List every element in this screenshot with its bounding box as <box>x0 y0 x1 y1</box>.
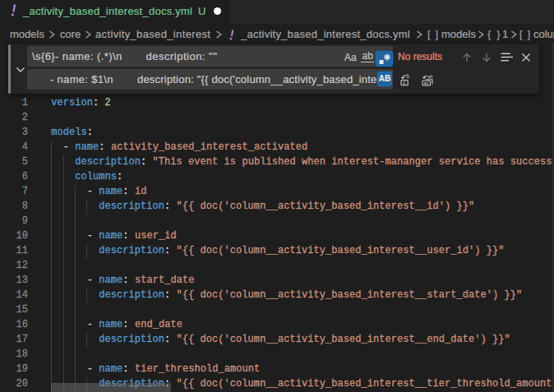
svg-text:ac: ac <box>424 81 429 85</box>
svg-text:b: b <box>406 74 409 79</box>
svg-text:ab: ab <box>427 74 432 79</box>
